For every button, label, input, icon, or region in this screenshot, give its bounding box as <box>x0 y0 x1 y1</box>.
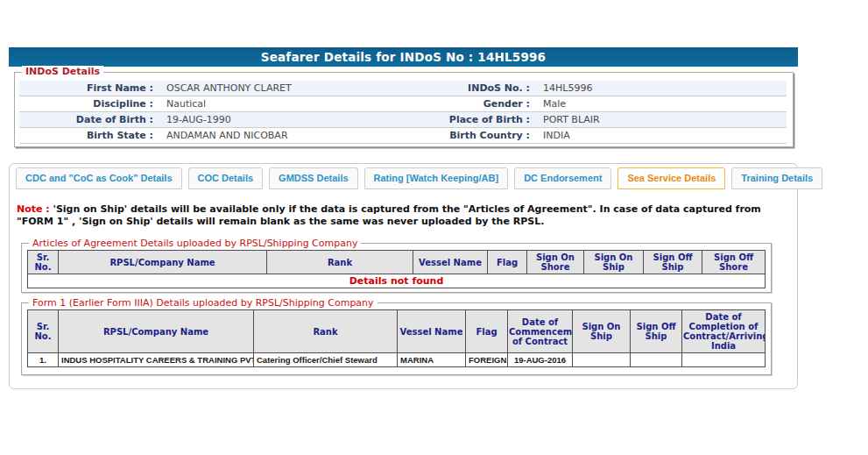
field-label: First Name : <box>19 81 159 96</box>
column-header: Sr. No. <box>28 310 59 353</box>
articles-table-head: Sr. No.RPSL/Company NameRankVessel NameF… <box>28 251 766 274</box>
column-header: Vessel Name <box>413 251 488 274</box>
form1-table: Sr. No.RPSL/Company NameRankVessel NameF… <box>27 309 766 367</box>
table-row: 1.INDUS HOSPITALITY CAREERS & TRAINING P… <box>28 353 766 367</box>
field-value: INDIA <box>536 128 787 143</box>
column-header: Sign On Ship <box>584 251 644 274</box>
column-header: Flag <box>488 251 527 274</box>
tab-coc-details[interactable]: COC Details <box>188 167 264 189</box>
table-cell: FOREIGN <box>466 353 508 367</box>
articles-legend: Articles of Agreement Details uploaded b… <box>29 238 361 249</box>
tab-dc-endorsement[interactable]: DC Endorsement <box>514 167 611 189</box>
column-header: Sign Off Shore <box>702 251 766 274</box>
field-value: 14HL5996 <box>536 81 787 96</box>
table-cell <box>631 353 682 367</box>
field-value: 19-AUG-1990 <box>159 112 383 127</box>
sea-service-panel: CDC and "CoC as Cook" DetailsCOC Details… <box>9 163 798 389</box>
field-label: INDoS No. : <box>383 81 536 96</box>
note: Note : 'Sign on Ship' details will be av… <box>17 203 786 227</box>
detail-row: Date of Birth :19-AUG-1990Place of Birth… <box>19 112 787 128</box>
column-header: RPSL/Company Name <box>59 310 254 353</box>
field-value: Male <box>536 96 787 111</box>
field-value: Nautical <box>159 96 383 111</box>
column-header: Sign Off Ship <box>644 251 702 274</box>
tab-bar: CDC and "CoC as Cook" DetailsCOC Details… <box>16 167 822 189</box>
tab-gmdss-details[interactable]: GMDSS Details <box>269 167 357 189</box>
form1-section: Form 1 (Earlier Form IIIA) Details uploa… <box>21 302 772 375</box>
form1-legend: Form 1 (Earlier Form IIIA) Details uploa… <box>29 297 378 309</box>
detail-row: Birth State :ANDAMAN AND NICOBARBirth Co… <box>19 128 787 144</box>
indos-rows: First Name :OSCAR ANTHONY CLARETINDoS No… <box>19 81 787 144</box>
field-value: OSCAR ANTHONY CLARET <box>159 81 383 96</box>
header-row: Sr. No.RPSL/Company NameRankVessel NameF… <box>28 310 766 353</box>
field-label: Date of Birth : <box>19 112 159 127</box>
column-header: Date of Commencement of Contract <box>508 310 573 353</box>
empty-message: Details not found <box>28 274 766 288</box>
table-cell: INDUS HOSPITALITY CAREERS & TRAINING PVT… <box>59 353 254 367</box>
tab-training-details[interactable]: Training Details <box>731 167 822 189</box>
table-cell: MARINA <box>398 353 466 367</box>
page-title: Seafarer Details for INDoS No : 14HL5996 <box>9 47 798 67</box>
field-label: Birth Country : <box>383 128 536 143</box>
tab-sea-service-details[interactable]: Sea Service Details <box>617 167 725 189</box>
column-header: Flag <box>466 310 508 353</box>
column-header: Rank <box>254 310 398 353</box>
indos-details-section: INDoS Details First Name :OSCAR ANTHONY … <box>14 72 794 147</box>
field-label: Place of Birth : <box>383 112 536 127</box>
tab-rating-watch-keeping-ab[interactable]: Rating [Watch Keeping/AB] <box>364 167 509 189</box>
detail-row: Discipline :NauticalGender :Male <box>19 96 787 112</box>
table-cell <box>573 353 631 367</box>
field-label: Birth State : <box>19 128 159 143</box>
column-header: Sr. No. <box>28 251 59 274</box>
tab-cdc-and-coc-as-cook-details[interactable]: CDC and "CoC as Cook" Details <box>16 167 182 189</box>
note-text: 'Sign on Ship' details will be available… <box>17 203 761 227</box>
table-cell <box>682 353 766 367</box>
field-value: PORT BLAIR <box>536 112 787 127</box>
form1-table-head: Sr. No.RPSL/Company NameRankVessel NameF… <box>28 310 766 353</box>
table-cell: 1. <box>28 353 59 367</box>
field-label: Gender : <box>383 96 536 111</box>
indos-details-legend: INDoS Details <box>22 66 103 77</box>
column-header: Sign On Shore <box>527 251 584 274</box>
header-row: Sr. No.RPSL/Company NameRankVessel NameF… <box>28 251 766 274</box>
column-header: Sign Off Ship <box>631 310 682 353</box>
column-header: Rank <box>267 251 413 274</box>
field-label: Discipline : <box>19 96 159 111</box>
articles-table: Sr. No.RPSL/Company NameRankVessel NameF… <box>27 250 766 288</box>
table-cell: 19-AUG-2016 <box>508 353 573 367</box>
articles-of-agreement-section: Articles of Agreement Details uploaded b… <box>21 243 772 293</box>
detail-row: First Name :OSCAR ANTHONY CLARETINDoS No… <box>19 81 787 96</box>
field-value: ANDAMAN AND NICOBAR <box>159 128 383 143</box>
column-header: Vessel Name <box>398 310 466 353</box>
table-row: Details not found <box>28 274 766 288</box>
column-header: Sign On Ship <box>573 310 631 353</box>
column-header: RPSL/Company Name <box>59 251 267 274</box>
column-header: Date of Completion of Contract/Arriving … <box>682 310 766 353</box>
form1-table-body: 1.INDUS HOSPITALITY CAREERS & TRAINING P… <box>28 353 766 367</box>
table-cell: Catering Officer/Chief Steward <box>254 353 398 367</box>
note-label: Note : <box>17 203 50 215</box>
